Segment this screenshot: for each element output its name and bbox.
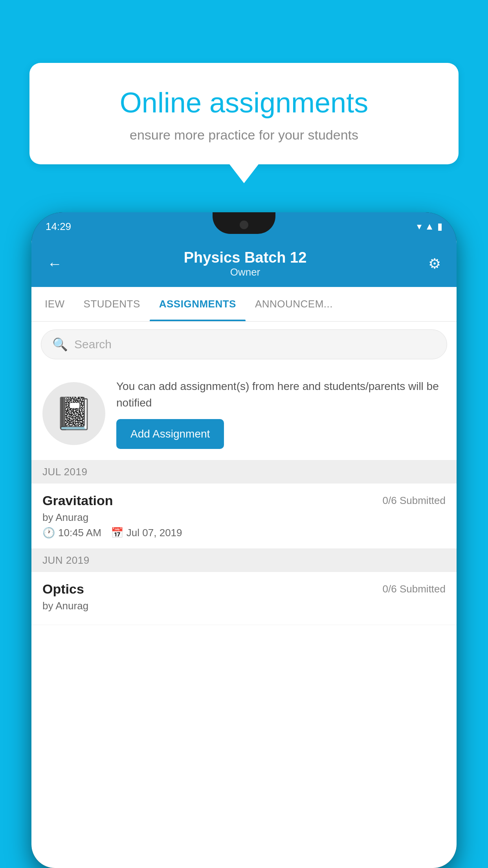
status-icons: ▾ ▲ ▮: [417, 221, 442, 232]
tab-students[interactable]: STUDENTS: [74, 287, 150, 321]
calendar-icon: 📅: [111, 527, 123, 539]
header-center: Physics Batch 12 Owner: [184, 249, 307, 278]
status-time: 14:29: [46, 221, 71, 233]
assignment-icon-circle: 📓: [42, 382, 105, 445]
phone-frame: 14:29 ▾ ▲ ▮ ← Physics Batch 12 Owner ⚙ I…: [31, 212, 457, 868]
time-value: 10:45 AM: [58, 527, 101, 539]
phone-screen: ← Physics Batch 12 Owner ⚙ IEW STUDENTS …: [31, 241, 457, 868]
month-label-jul: JUL 2019: [42, 466, 87, 478]
assignment-by-gravitation: by Anurag: [42, 511, 446, 524]
assignment-submitted-gravitation: 0/6 Submitted: [383, 495, 446, 507]
assignment-time-gravitation: 🕐 10:45 AM: [42, 527, 101, 539]
speech-bubble-container: Online assignments ensure more practice …: [29, 63, 459, 164]
tabs-bar: IEW STUDENTS ASSIGNMENTS ANNOUNCEM...: [31, 287, 457, 322]
signal-icon: ▲: [425, 221, 434, 232]
assignment-submitted-optics: 0/6 Submitted: [383, 583, 446, 595]
app-header: ← Physics Batch 12 Owner ⚙: [31, 241, 457, 287]
header-title: Physics Batch 12: [184, 249, 307, 266]
assignment-item-gravitation[interactable]: Gravitation 0/6 Submitted by Anurag 🕐 10…: [31, 484, 457, 549]
clock-icon: 🕐: [42, 527, 55, 539]
info-description: You can add assignment(s) from here and …: [116, 378, 446, 411]
assignment-by-optics: by Anurag: [42, 600, 446, 612]
bubble-title: Online assignments: [57, 86, 431, 119]
assignment-header: Gravitation 0/6 Submitted: [42, 493, 446, 508]
tab-overview[interactable]: IEW: [35, 287, 74, 321]
bubble-subtitle: ensure more practice for your students: [57, 127, 431, 143]
assignment-date-gravitation: 📅 Jul 07, 2019: [111, 527, 182, 539]
date-value: Jul 07, 2019: [127, 527, 182, 539]
month-label-jun: JUN 2019: [42, 554, 90, 566]
wifi-icon: ▾: [417, 221, 422, 232]
assignment-meta-gravitation: 🕐 10:45 AM 📅 Jul 07, 2019: [42, 527, 446, 539]
assignment-header-optics: Optics 0/6 Submitted: [42, 581, 446, 597]
status-bar: 14:29 ▾ ▲ ▮: [31, 212, 457, 241]
search-icon: 🔍: [52, 337, 68, 352]
tab-announcements[interactable]: ANNOUNCEM...: [246, 287, 342, 321]
battery-icon: ▮: [437, 221, 442, 232]
assignment-name-optics: Optics: [42, 581, 84, 597]
notebook-icon: 📓: [54, 395, 94, 432]
notch: [213, 212, 275, 234]
assignment-name-gravitation: Gravitation: [42, 493, 113, 508]
month-separator-jul: JUL 2019: [31, 460, 457, 484]
header-subtitle: Owner: [184, 266, 307, 278]
info-text-area: You can add assignment(s) from here and …: [116, 378, 446, 449]
camera: [240, 221, 248, 229]
search-bar[interactable]: 🔍 Search: [41, 329, 447, 359]
search-container: 🔍 Search: [31, 322, 457, 367]
add-assignment-button[interactable]: Add Assignment: [116, 419, 224, 449]
assignment-item-optics[interactable]: Optics 0/6 Submitted by Anurag: [31, 572, 457, 625]
tab-assignments[interactable]: ASSIGNMENTS: [150, 287, 246, 321]
back-button[interactable]: ←: [47, 256, 62, 272]
settings-icon[interactable]: ⚙: [428, 256, 441, 272]
month-separator-jun: JUN 2019: [31, 549, 457, 572]
info-card: 📓 You can add assignment(s) from here an…: [31, 367, 457, 460]
search-input[interactable]: Search: [74, 338, 112, 351]
speech-bubble: Online assignments ensure more practice …: [29, 63, 459, 164]
